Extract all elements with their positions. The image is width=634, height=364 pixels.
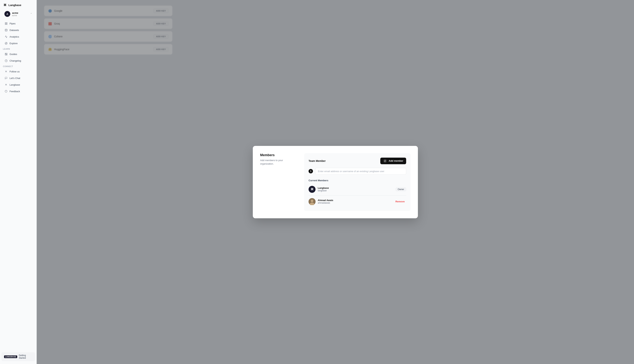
sidebar: ⌘ Langbase A acme acme ⌃ Pipes Datasets … [0,0,37,364]
main-content: 🔵 Google ADD KEY 🟥 Groq ADD KEY 🌀 Cohere… [37,0,634,364]
member-row-ahmad: Ahmad Awais ahmadawais Remove [308,197,406,206]
sidebar-item-label: Datasets [10,29,19,32]
sidebar-item-label: Changelog [10,60,21,62]
svg-rect-10 [6,54,7,55]
member-username: langbase [318,189,394,192]
svg-rect-2 [5,24,6,24]
analytics-icon [5,35,8,38]
member-avatar-ahmad [308,198,315,205]
connect-section-label: Connect [0,64,37,68]
explore-icon [5,42,8,45]
app-logo: ⌘ Langbase [0,0,37,9]
sidebar-item-label: Let's Chat [10,77,20,80]
sidebar-item-feedback[interactable]: Feedback [2,88,35,94]
modal-subtitle: Add members to your organization. [260,158,297,166]
add-member-label: Add member [389,160,403,162]
member-name: Ahmad Awais [318,199,392,202]
guides-icon [5,52,8,56]
email-input[interactable] [315,168,406,175]
team-member-label: Team Member [308,160,326,162]
sidebar-item-pipes[interactable]: Pipes [2,20,35,26]
sidebar-item-label: Langbase [10,84,20,86]
svg-rect-9 [6,53,7,54]
pipes-icon [5,22,8,25]
getting-started-bar[interactable]: LANGBASE Getting Started [2,352,35,361]
avatar: A [5,11,10,17]
modal-right: Team Member 2 Add member 1 Current Membe… [304,153,411,211]
logo-icon: ⌘ [3,3,7,7]
getting-started-badge: LANGBASE [4,356,17,358]
datasets-icon [5,28,8,32]
sidebar-item-label: Analytics [10,35,19,38]
svg-point-14 [311,200,313,202]
step1-badge: 1 [308,169,313,174]
members-modal: Members Add members to your organization… [253,146,418,218]
account-switcher[interactable]: A acme acme ⌃ [2,9,35,19]
team-member-header: Team Member 2 Add member [308,158,406,164]
sidebar-item-lets-chat[interactable]: Let's Chat [2,75,35,81]
changelog-icon [5,59,8,62]
getting-started-label: Getting Started [19,354,33,359]
modal-title: Members [260,153,297,157]
twitter-icon: ✕ [5,70,8,73]
sidebar-item-follow-us[interactable]: ✕ Follow us [2,68,35,74]
account-name: acme [12,12,29,14]
svg-point-5 [5,42,7,44]
feedback-icon [5,90,8,93]
sidebar-item-label: Guides [10,53,17,56]
ahmad-avatar-img [308,198,315,205]
step2-badge: 2 [383,159,387,163]
member-name: Langbase [318,186,394,189]
sidebar-item-explore[interactable]: Explore [2,40,35,46]
svg-rect-8 [5,54,6,55]
add-member-button[interactable]: 2 Add member [380,158,406,164]
svg-rect-3 [6,24,7,24]
sidebar-item-label: Follow us [10,70,20,73]
member-avatar-langbase: ⌘ [308,186,315,193]
current-members-label: Current Members [308,179,406,182]
modal-overlay: Members Add members to your organization… [37,0,634,364]
modal-left: Members Add members to your organization… [260,153,297,211]
sidebar-item-changelog[interactable]: Changelog [2,58,35,64]
chevron-icon: ⌃ [30,13,32,15]
learn-section-label: Learn [0,46,37,51]
svg-marker-6 [6,43,7,44]
remove-button[interactable]: Remove [394,200,406,204]
member-row-langbase: ⌘ Langbase langbase Owner [308,184,406,194]
sidebar-bottom: LANGBASE Getting Started [0,352,37,364]
sidebar-item-datasets[interactable]: Datasets [2,27,35,33]
owner-badge: Owner [396,188,406,191]
member-username: ahmadawais [318,202,392,204]
logo-text: Langbase [9,4,21,6]
chat-icon [5,76,8,80]
email-input-row: 1 [308,168,406,175]
sidebar-item-guides[interactable]: Guides [2,51,35,57]
sidebar-item-label: Feedback [10,90,20,93]
sidebar-item-analytics[interactable]: Analytics [2,34,35,40]
svg-rect-1 [6,22,7,23]
langbase-x-icon: ✕ [5,83,8,86]
svg-point-4 [5,29,7,30]
svg-rect-7 [5,53,6,54]
account-sub: acme [12,14,29,16]
sidebar-item-label: Pipes [10,22,16,25]
sidebar-item-langbase[interactable]: ✕ Langbase [2,82,35,88]
svg-rect-0 [5,22,6,23]
sidebar-item-label: Explore [10,42,18,45]
